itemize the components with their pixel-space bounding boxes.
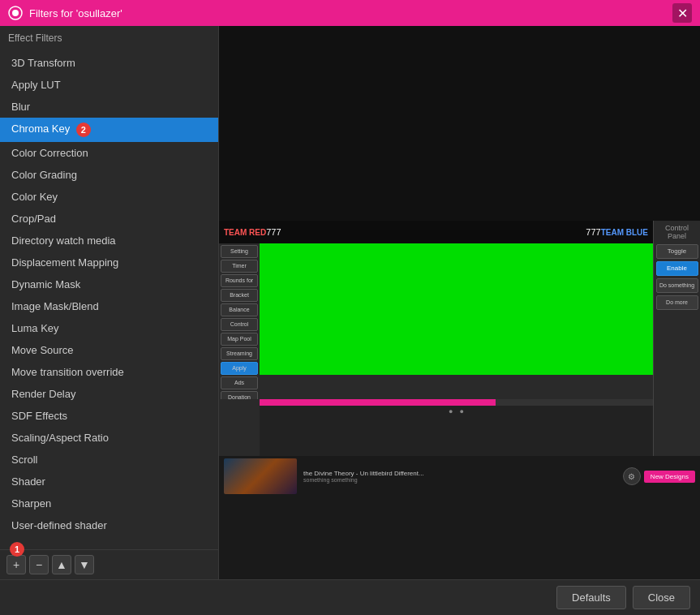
filter-item-scaling-aspect-ratio[interactable]: Scaling/Aspect Ratio (0, 427, 218, 449)
control-panel-side: Control Panel Toggle stream Enable strea… (653, 221, 700, 456)
filter-item-chroma-key[interactable]: Chroma Key 2 (0, 118, 218, 142)
badge-2: 2 (76, 123, 91, 137)
cp-small-btn1[interactable]: Do something (656, 278, 698, 293)
obs-content: TEAM RED 777 777 TEAM BLUE Setting Timer… (219, 26, 700, 579)
title-bar-left: Filters for 'osullazer' (8, 6, 122, 20)
move-down-button[interactable]: ▼ (75, 555, 94, 574)
bracket-viewer-btn[interactable]: Bracket Viewer (221, 289, 258, 302)
obs-game-area: TEAM RED 777 777 TEAM BLUE Setting Timer… (219, 221, 700, 456)
time-dot1: ● (449, 407, 453, 415)
control-btn[interactable]: Control (221, 318, 258, 331)
filter-item-directory-watch-media[interactable]: Directory watch media (0, 230, 218, 252)
rounds-for-btn[interactable]: Rounds for (221, 274, 258, 287)
cp-small-btn2[interactable]: Do more (656, 295, 698, 310)
filter-toolbar: + − ▲ ▼ 1 (0, 549, 218, 579)
map-pool-btn[interactable]: Map Pool (221, 333, 258, 346)
svg-point-1 (12, 10, 19, 16)
filter-item-user-defined-shader[interactable]: User-defined shader (0, 514, 218, 536)
right-panel: TEAM RED 777 777 TEAM BLUE Setting Timer… (219, 26, 700, 579)
main-layout: Effect Filters 3D Transform Apply LUT Bl… (0, 26, 700, 579)
game-bottom-area: ● ● (260, 399, 653, 456)
filter-item-render-delay[interactable]: Render Delay (0, 383, 218, 405)
close-button[interactable]: Close (633, 586, 690, 609)
filter-item-shader[interactable]: Shader (0, 471, 218, 492)
badge-1: 1 (10, 542, 24, 557)
green-screen-area (260, 243, 653, 375)
add-filter-button[interactable]: + (6, 555, 26, 574)
score-blue: 777 (586, 227, 600, 237)
progress-bar-area (260, 399, 653, 406)
toggle-stream-btn[interactable]: Toggle stream (656, 244, 698, 259)
donation-btn[interactable]: Donation (221, 391, 258, 399)
filter-item-scroll[interactable]: Scroll (0, 449, 218, 471)
ads-btn[interactable]: Ads (221, 376, 258, 389)
time-markers: ● ● (260, 406, 653, 417)
game-main-view: TEAM RED 777 777 TEAM BLUE Setting Timer… (219, 221, 653, 399)
move-up-button[interactable]: ▲ (52, 555, 71, 574)
bottom-bar: Defaults Close (0, 579, 700, 615)
title-bar: Filters for 'osullazer' ✕ (0, 0, 700, 26)
control-panel-label: Control Panel (655, 224, 698, 240)
progress-bar-fill (260, 399, 496, 406)
thumb-title: the Divine Theory - Un littlebird Differ… (303, 470, 616, 477)
filter-item-3d-transform[interactable]: 3D Transform (0, 52, 218, 74)
defaults-button[interactable]: Defaults (556, 586, 626, 609)
thumbnail-strip: the Divine Theory - Un littlebird Differ… (219, 456, 700, 497)
thumb-sub: something something (303, 477, 616, 483)
new-designs-button[interactable]: New Designs (644, 471, 695, 483)
filter-item-move-source[interactable]: Move Source (0, 339, 218, 361)
close-window-button[interactable]: ✕ (672, 3, 692, 23)
thumbnail-inner (224, 458, 297, 494)
app-icon (8, 6, 23, 20)
filter-item-color-key[interactable]: Color Key (0, 186, 218, 208)
timer-btn[interactable]: Timer (221, 260, 258, 273)
remove-filter-button[interactable]: − (29, 555, 49, 574)
team-blue-label: TEAM BLUE (601, 228, 648, 237)
filter-item-apply-lut[interactable]: Apply LUT (0, 74, 218, 96)
left-controls: Setting Timer Rounds for Bracket Viewer … (219, 243, 260, 399)
filter-item-sdf-effects[interactable]: SDF Effects (0, 405, 218, 427)
filter-item-dynamic-mask[interactable]: Dynamic Mask (0, 273, 218, 295)
thumbnail-item (224, 458, 297, 494)
filter-item-crop-pad[interactable]: Crop/Pad (0, 208, 218, 230)
streaming-btn[interactable]: Streaming (221, 347, 258, 360)
effect-filters-label: Effect Filters (0, 26, 218, 49)
filter-item-luma-key[interactable]: Luma Key (0, 317, 218, 339)
apply-btn[interactable]: Apply (221, 362, 258, 375)
score-red: 777 (266, 227, 281, 237)
filter-item-color-grading[interactable]: Color Grading (0, 164, 218, 186)
filter-item-blur[interactable]: Blur (0, 96, 218, 118)
time-dot2: ● (460, 407, 464, 415)
balance-btn[interactable]: Balance (221, 303, 258, 316)
filter-item-move-transition-override[interactable]: Move transition override (0, 361, 218, 383)
filter-list: 3D Transform Apply LUT Blur Chroma Key 2… (0, 49, 218, 549)
filter-item-image-mask-blend[interactable]: Image Mask/Blend (0, 295, 218, 317)
filter-item-sharpen[interactable]: Sharpen (0, 492, 218, 514)
left-panel: Effect Filters 3D Transform Apply LUT Bl… (0, 26, 219, 579)
scoreboard: TEAM RED 777 777 TEAM BLUE (219, 221, 653, 243)
filter-item-displacement-mapping[interactable]: Displacement Mapping (0, 252, 218, 273)
preview-dark-area (219, 26, 700, 221)
enable-stream-btn[interactable]: Enable stream (656, 261, 698, 276)
window-title: Filters for 'osullazer' (29, 7, 122, 19)
filter-item-color-correction[interactable]: Color Correction (0, 142, 218, 164)
setting-btn[interactable]: Setting (221, 245, 258, 258)
team-red-label: TEAM RED (224, 228, 266, 237)
thumb-info: the Divine Theory - Un littlebird Differ… (300, 470, 620, 483)
thumb-circle-button[interactable]: ⚙ (623, 467, 641, 485)
